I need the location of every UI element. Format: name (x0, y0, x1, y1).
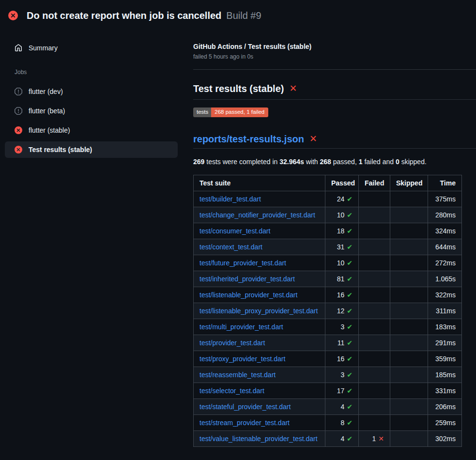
passed-count: 10 (337, 211, 345, 219)
table-row: test/multi_provider_test.dart3✔183ms (194, 319, 462, 335)
test-suite-link[interactable]: test/stateful_provider_test.dart (200, 403, 291, 411)
suite-cell: test/proxy_provider_test.dart (194, 351, 325, 367)
passed-count: 17 (337, 387, 345, 395)
skipped-cell (390, 367, 428, 383)
sidebar-item-flutter-dev[interactable]: flutter (dev) (5, 83, 178, 100)
x-circle-icon (8, 11, 18, 20)
table-row: test/value_listenable_provider_test.dart… (194, 431, 462, 447)
test-suite-link[interactable]: test/reassemble_test.dart (200, 371, 276, 379)
passed-cell: 8✔ (325, 415, 359, 431)
time-cell: 311ms (428, 303, 462, 319)
passed-count: 24 (337, 195, 345, 203)
suite-cell: test/stream_provider_test.dart (194, 415, 325, 431)
section-heading-text: Test results (stable) (193, 82, 284, 95)
report-heading: reports/test-results.json ✕ (193, 133, 476, 149)
skipped-cell (390, 207, 428, 223)
failed-count: 1 (372, 435, 376, 443)
passed-count: 10 (337, 259, 345, 267)
skipped-cell (390, 415, 428, 431)
passed-cell: 24✔ (325, 191, 359, 207)
time-cell: 375ms (428, 191, 462, 207)
column-header-test-suite: Test suite (194, 175, 325, 191)
skipped-cell (390, 383, 428, 399)
test-suite-link[interactable]: test/stream_provider_test.dart (200, 419, 290, 427)
time-cell: 359ms (428, 351, 462, 367)
failed-cell (359, 415, 390, 431)
check-icon: ✔ (347, 419, 353, 427)
time-cell: 185ms (428, 367, 462, 383)
failed-cell (359, 223, 390, 239)
table-row: test/context_test.dart31✔644ms (194, 239, 462, 255)
test-suite-link[interactable]: test/builder_test.dart (200, 195, 261, 203)
time-cell: 322ms (428, 287, 462, 303)
suite-cell: test/provider_test.dart (194, 335, 325, 351)
passed-count: 3 (340, 371, 344, 379)
failed-cell (359, 255, 390, 271)
table-row: test/provider_test.dart11✔291ms (194, 335, 462, 351)
skipped-cell (390, 351, 428, 367)
skipped-cell (390, 431, 428, 447)
failed-cell (359, 367, 390, 383)
test-suite-link[interactable]: test/future_provider_test.dart (200, 259, 286, 267)
time-cell: 206ms (428, 399, 462, 415)
failed-cell (359, 319, 390, 335)
table-row: test/future_provider_test.dart10✔272ms (194, 255, 462, 271)
test-suite-link[interactable]: test/change_notifier_provider_test.dart (200, 211, 315, 219)
check-icon: ✔ (347, 259, 353, 267)
time-cell: 302ms (428, 431, 462, 447)
breadcrumb: GitHub Actions / Test results (stable) (193, 42, 476, 51)
failed-cell (359, 399, 390, 415)
passed-cell: 18✔ (325, 223, 359, 239)
suite-cell: test/consumer_test.dart (194, 223, 325, 239)
passed-count: 31 (337, 243, 345, 251)
time-cell: 280ms (428, 207, 462, 223)
table-row: test/change_notifier_provider_test.dart1… (194, 207, 462, 223)
passed-count: 8 (340, 419, 344, 427)
check-icon: ✔ (347, 243, 353, 251)
test-suite-link[interactable]: test/selector_test.dart (200, 387, 264, 395)
test-suite-link[interactable]: test/proxy_provider_test.dart (200, 355, 285, 363)
test-suite-link[interactable]: test/value_listenable_provider_test.dart (200, 435, 318, 443)
passed-cell: 3✔ (325, 319, 359, 335)
failed-cell (359, 351, 390, 367)
sidebar-item-flutter-beta[interactable]: flutter (beta) (5, 103, 178, 119)
sidebar-item-flutter-stable[interactable]: flutter (stable) (5, 122, 178, 138)
check-icon: ✔ (347, 291, 353, 299)
report-file-link[interactable]: reports/test-results.json (193, 133, 304, 145)
test-suite-link[interactable]: test/listenable_provider_test.dart (200, 291, 297, 299)
badge-label: tests (193, 107, 211, 117)
suite-cell: test/reassemble_test.dart (194, 367, 325, 383)
column-header-skipped: Skipped (390, 175, 428, 191)
sidebar-item-summary[interactable]: Summary (5, 40, 178, 56)
test-suite-link[interactable]: test/context_test.dart (200, 243, 262, 251)
x-icon: ✕ (378, 435, 384, 443)
skipped-cell (390, 319, 428, 335)
table-row: test/consumer_test.dart18✔324ms (194, 223, 462, 239)
test-suite-link[interactable]: test/consumer_test.dart (200, 227, 270, 235)
skipped-cell (390, 335, 428, 351)
build-number: Build #9 (226, 10, 261, 21)
check-icon: ✔ (347, 227, 353, 235)
failed-cell (359, 383, 390, 399)
time-cell: 183ms (428, 319, 462, 335)
sidebar-item-test-results-stable[interactable]: Test results (stable) (5, 141, 178, 158)
skipped-cell (390, 191, 428, 207)
suite-cell: test/builder_test.dart (194, 191, 325, 207)
passed-cell: 10✔ (325, 207, 359, 223)
check-icon: ✔ (347, 355, 353, 363)
home-icon (15, 44, 22, 52)
test-suite-link[interactable]: test/listenable_proxy_provider_test.dart (200, 307, 318, 315)
test-suite-link[interactable]: test/multi_provider_test.dart (200, 323, 283, 331)
failed-cell (359, 335, 390, 351)
sidebar-item-label: flutter (dev) (29, 88, 63, 95)
test-suite-link[interactable]: test/provider_test.dart (200, 339, 265, 347)
passed-cell: 3✔ (325, 367, 359, 383)
sidebar-jobs-list: flutter (dev)flutter (beta)flutter (stab… (5, 83, 178, 158)
skipped-cell (390, 255, 428, 271)
check-icon: ✔ (347, 339, 353, 347)
passed-cell: 11✔ (325, 335, 359, 351)
test-suite-link[interactable]: test/inherited_provider_test.dart (200, 275, 295, 283)
suite-cell: test/listenable_proxy_provider_test.dart (194, 303, 325, 319)
badge-value: 268 passed, 1 failed (211, 107, 268, 117)
tests-badge: tests 268 passed, 1 failed (193, 107, 268, 117)
